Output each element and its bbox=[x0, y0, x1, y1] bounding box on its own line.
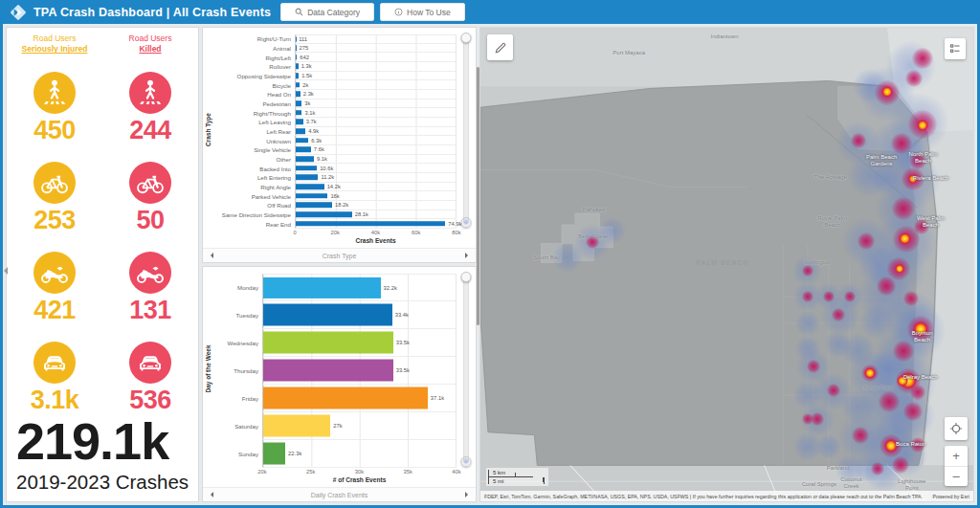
bar-thursday[interactable] bbox=[263, 360, 393, 382]
x-tick-label: 40k bbox=[371, 230, 380, 235]
chart-bar-row: Other9.1k bbox=[212, 155, 457, 165]
bar-wednesday[interactable] bbox=[263, 332, 393, 354]
category-label: Right/U-Turn bbox=[212, 34, 295, 44]
bar-same-direction-sideswipe[interactable] bbox=[296, 211, 352, 217]
bar-rollover[interactable] bbox=[296, 64, 299, 70]
seriously-injured-header: Road Users Seriously Injured bbox=[7, 33, 102, 55]
bar-left-rear[interactable] bbox=[296, 128, 305, 134]
bar-opposing-sideswipe[interactable] bbox=[296, 73, 299, 78]
bar-bicycle[interactable] bbox=[296, 82, 300, 88]
bar-backed-into[interactable] bbox=[296, 166, 317, 171]
bar-unknown[interactable] bbox=[296, 138, 308, 144]
app-header: TPA Crash Dashboard | All Crash Events D… bbox=[3, 0, 977, 24]
pager-next-arrow[interactable] bbox=[465, 253, 468, 258]
bar-sunday[interactable] bbox=[263, 443, 285, 465]
bar-value-label: 28.1k bbox=[353, 211, 368, 217]
bar-left-leaving[interactable] bbox=[296, 120, 303, 125]
pager-prev-arrow[interactable] bbox=[211, 492, 213, 497]
chart-bar-row: Left Leaving3.7k bbox=[212, 118, 457, 127]
map-zoom-controls: + – bbox=[945, 446, 968, 486]
category-label: Thursday bbox=[212, 357, 262, 385]
legend-button[interactable] bbox=[945, 38, 966, 59]
bar-monday[interactable] bbox=[263, 276, 381, 298]
category-label: Opposing Sideswipe bbox=[212, 72, 295, 81]
car-killed-value: 536 bbox=[129, 386, 171, 415]
pager-next-arrow[interactable] bbox=[465, 492, 468, 497]
bar-value-label: 18.2k bbox=[333, 202, 348, 208]
killed-header: Road Users Killed bbox=[102, 33, 198, 55]
x-tick-label: 30k bbox=[355, 469, 364, 475]
bar-friday[interactable] bbox=[263, 387, 428, 409]
bar-parked-vehicle[interactable] bbox=[296, 193, 327, 199]
bar-head-on[interactable] bbox=[296, 92, 301, 98]
crash-type-x-axis: 020k40k60k80k bbox=[295, 229, 457, 237]
x-tick-label: 20k bbox=[257, 469, 266, 475]
pedestrian-killed-value: 244 bbox=[129, 116, 171, 145]
stat-row-pedestrian: 450 244 bbox=[7, 72, 198, 145]
bar-value-label: 4.9k bbox=[306, 128, 319, 134]
motorcycle-injured-icon bbox=[33, 252, 76, 294]
locate-me-button[interactable] bbox=[945, 417, 968, 440]
sketch-tool-button[interactable] bbox=[487, 34, 513, 60]
chart-bar-row: Head On2.3k bbox=[212, 90, 457, 99]
chart-bar-row: Parked Vehicle16k bbox=[212, 191, 457, 201]
daily-crash-range-slider[interactable] bbox=[463, 276, 469, 463]
category-label: Backed Into bbox=[212, 164, 295, 173]
car-killed-icon bbox=[129, 342, 171, 384]
crash-type-range-slider[interactable] bbox=[463, 36, 469, 224]
crash-type-x-axis-title: Crash Events bbox=[295, 237, 457, 248]
zoom-in-button[interactable]: + bbox=[945, 446, 968, 467]
bar-other[interactable] bbox=[296, 156, 314, 162]
bar-animal[interactable] bbox=[296, 45, 297, 51]
category-label: Unknown bbox=[212, 136, 295, 145]
bar-off-road[interactable] bbox=[296, 203, 332, 209]
chart-bar-row: Rear End74.9k bbox=[212, 219, 457, 229]
bar-value-label: 642 bbox=[298, 55, 309, 60]
pager-prev-arrow[interactable] bbox=[211, 253, 213, 258]
bar-value-label: 11.2k bbox=[319, 174, 334, 180]
category-label: Animal bbox=[212, 44, 295, 54]
how-to-use-button[interactable]: How To Use bbox=[380, 3, 465, 21]
x-tick-label: 20k bbox=[331, 230, 340, 235]
bar-value-label: 32.2k bbox=[382, 285, 397, 291]
category-label: Friday bbox=[212, 385, 262, 412]
motorcycle-killed-value: 131 bbox=[129, 296, 171, 325]
stat-row-motorcycle: 421 131 bbox=[7, 252, 198, 325]
x-tick-label: 25k bbox=[306, 469, 315, 475]
chart-bar-row: Rollover1.3k bbox=[212, 62, 457, 72]
bar-saturday[interactable] bbox=[263, 415, 330, 437]
daily-crash-x-axis-title: # of Crash Events bbox=[262, 476, 457, 487]
motorcycle-injured-value: 421 bbox=[33, 296, 76, 325]
charts-scrollbar[interactable] bbox=[477, 67, 479, 325]
bar-right-angle[interactable] bbox=[296, 184, 324, 189]
category-label: Monday bbox=[212, 274, 262, 301]
chart-bar-row: Right Angle14.2k bbox=[212, 183, 457, 192]
zoom-out-button[interactable]: – bbox=[945, 467, 968, 487]
collapse-panel-arrow[interactable] bbox=[4, 267, 8, 275]
category-label: Saturday bbox=[212, 412, 262, 440]
bar-right-left[interactable] bbox=[296, 55, 297, 60]
bar-tuesday[interactable] bbox=[263, 304, 392, 326]
data-category-button[interactable]: Data Category bbox=[280, 3, 374, 21]
chart-bar-row: Opposing Sideswipe1.5k bbox=[212, 72, 457, 81]
chart-bar-row: Sunday22.3k bbox=[212, 440, 457, 468]
bar-pedestrian[interactable] bbox=[296, 100, 301, 106]
category-label: Single Vehicle bbox=[212, 145, 295, 155]
bar-single-vehicle[interactable] bbox=[296, 147, 311, 153]
bar-rear-end[interactable] bbox=[296, 221, 445, 227]
bar-right-through[interactable] bbox=[296, 110, 301, 116]
page-title: TPA Crash Dashboard | All Crash Events bbox=[33, 6, 271, 19]
chart-bar-row: Bicycle2k bbox=[212, 80, 457, 90]
chart-bar-row: Single Vehicle7.6k bbox=[212, 145, 457, 155]
category-label: Tuesday bbox=[212, 301, 262, 329]
map-panel[interactable]: IndiantownPort MayacaPahokeeBelle GladeS… bbox=[479, 27, 974, 502]
scale-mi-label: 5 mi bbox=[489, 477, 545, 484]
bar-left-entering[interactable] bbox=[296, 175, 318, 181]
chart-bar-row: Thursday33.5k bbox=[212, 357, 457, 385]
data-category-label: Data Category bbox=[307, 8, 360, 17]
daily-crash-y-axis-title: Day of the Week bbox=[205, 344, 212, 392]
category-label: Sunday bbox=[212, 440, 262, 468]
total-crashes-label: 2019-2023 Crashes bbox=[16, 471, 198, 494]
category-label: Rear End bbox=[212, 219, 295, 229]
category-label: Left Entering bbox=[212, 173, 295, 183]
